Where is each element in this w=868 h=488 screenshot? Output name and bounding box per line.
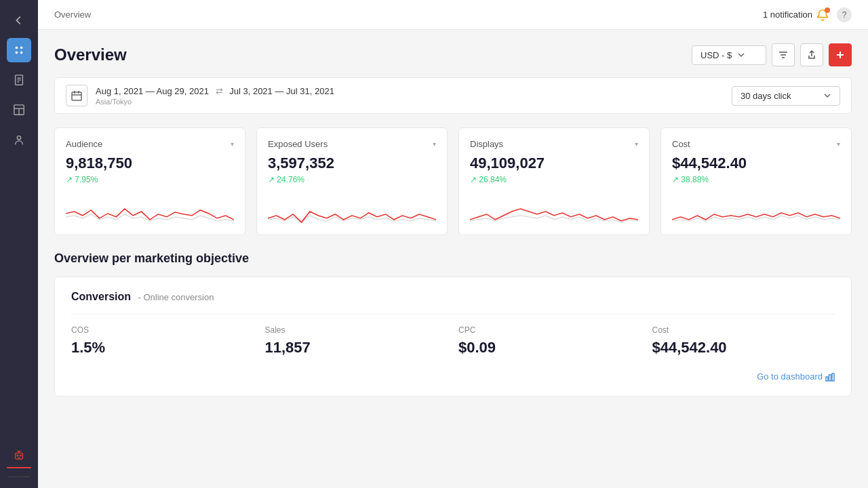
sidebar-item-bot[interactable]	[7, 444, 31, 468]
metric-value: 3,597,352	[268, 155, 436, 172]
metric-card-audience: Audience ▾ 9,818,750 ↗ 7.95%	[54, 127, 245, 235]
conversion-subtitle: - Online conversion	[138, 292, 214, 302]
notification-button[interactable]: 1 notification	[763, 9, 829, 21]
conv-metric-value: 1.5%	[71, 339, 254, 357]
metric-chart	[470, 190, 638, 224]
conv-metric-cpc: CPC $0.09	[458, 325, 642, 357]
metric-dropdown-icon[interactable]: ▾	[433, 140, 436, 148]
conv-metric-label: Cost	[652, 325, 835, 335]
date-secondary: Jul 3, 2021 — Jul 31, 2021	[229, 86, 334, 96]
notification-label: 1 notification	[763, 9, 812, 20]
metric-label: Displays	[470, 139, 503, 149]
metric-value: 49,109,027	[470, 155, 638, 172]
metric-change: ↗ 7.95%	[66, 175, 234, 184]
header-actions: USD - $	[692, 43, 852, 66]
share-button[interactable]	[800, 43, 823, 66]
page-content: Overview USD - $	[38, 30, 868, 488]
svg-rect-27	[829, 375, 831, 381]
timezone-label: Asia/Tokyo	[96, 98, 334, 106]
share-icon	[806, 49, 817, 60]
sidebar-item-document[interactable]	[7, 68, 31, 92]
bar-chart-icon	[825, 372, 835, 382]
conversion-title: Conversion	[71, 291, 131, 302]
metric-value: $44,542.40	[672, 155, 840, 172]
svg-rect-22	[72, 92, 81, 100]
help-button[interactable]: ?	[837, 7, 852, 22]
svg-point-13	[17, 455, 18, 456]
dashboard-link-label: Go to dashboard	[757, 371, 823, 382]
sidebar-bottom	[7, 444, 31, 480]
sidebar-item-users[interactable]	[7, 127, 31, 152]
section-title: Overview per marketing objective	[54, 251, 852, 266]
metric-chart	[66, 190, 234, 224]
svg-point-11	[17, 136, 20, 140]
conv-metric-label: Sales	[265, 325, 448, 335]
metric-change: ↗ 26.84%	[470, 175, 638, 184]
conversion-footer: Go to dashboard	[71, 370, 835, 382]
period-label: 30 days click	[741, 91, 791, 101]
date-primary: Aug 1, 2021 — Aug 29, 2021	[96, 86, 209, 96]
conv-metric-label: COS	[71, 325, 254, 335]
notification-dot	[825, 7, 830, 13]
metric-cards: Audience ▾ 9,818,750 ↗ 7.95% Exposed Use…	[54, 127, 852, 235]
metric-value: 9,818,750	[66, 155, 234, 172]
svg-point-3	[20, 52, 23, 54]
sidebar-item-layout[interactable]	[7, 98, 31, 122]
breadcrumb: Overview	[54, 9, 91, 20]
help-label: ?	[842, 10, 847, 20]
period-selector[interactable]: 30 days click	[732, 86, 840, 106]
metric-change: ↗ 24.76%	[268, 175, 436, 184]
svg-rect-28	[832, 373, 834, 381]
conv-metric-label: CPC	[458, 325, 642, 335]
metric-change: ↗ 38.88%	[672, 175, 840, 184]
conv-metric-cos: COS 1.5%	[71, 325, 254, 357]
metric-header: Exposed Users ▾	[268, 139, 436, 149]
metric-dropdown-icon[interactable]: ▾	[231, 140, 234, 148]
page-header: Overview USD - $	[54, 43, 852, 66]
topbar-right: 1 notification ?	[763, 7, 852, 22]
date-range-text: Aug 1, 2021 — Aug 29, 2021 ⇄ Jul 3, 2021…	[96, 86, 334, 96]
svg-point-1	[20, 47, 23, 49]
metric-header: Audience ▾	[66, 139, 234, 149]
metric-chart	[672, 190, 840, 224]
calendar-icon[interactable]	[66, 85, 87, 106]
go-to-dashboard-link[interactable]: Go to dashboard	[757, 371, 835, 382]
topbar: Overview 1 notification ?	[38, 0, 868, 30]
currency-selector[interactable]: USD - $	[692, 45, 766, 65]
conv-metric-cost: Cost $44,542.40	[652, 325, 835, 357]
svg-point-14	[20, 455, 21, 456]
add-button[interactable]	[829, 43, 852, 66]
conversion-header: Conversion - Online conversion	[71, 291, 835, 314]
filter-button[interactable]	[772, 43, 795, 66]
svg-point-2	[16, 52, 18, 54]
date-arrow: ⇄	[216, 86, 226, 96]
conv-metric-value: $44,542.40	[652, 339, 835, 357]
bell-icon	[816, 9, 829, 21]
metric-label: Audience	[66, 139, 102, 149]
metric-header: Displays ▾	[470, 139, 638, 149]
metric-label: Cost	[672, 139, 690, 149]
date-left: Aug 1, 2021 — Aug 29, 2021 ⇄ Jul 3, 2021…	[66, 85, 334, 106]
period-chevron-icon	[823, 92, 831, 100]
page-title: Overview	[54, 45, 127, 64]
main-content: Overview 1 notification ? Overview	[38, 0, 868, 488]
date-info: Aug 1, 2021 — Aug 29, 2021 ⇄ Jul 3, 2021…	[96, 86, 334, 106]
conversion-metrics: COS 1.5% Sales 11,857 CPC $0.09 Cost $44…	[71, 325, 835, 357]
svg-rect-26	[826, 377, 828, 381]
conversion-card: Conversion - Online conversion COS 1.5% …	[54, 277, 852, 396]
date-bar: Aug 1, 2021 — Aug 29, 2021 ⇄ Jul 3, 2021…	[54, 77, 852, 114]
metric-dropdown-icon[interactable]: ▾	[837, 140, 840, 148]
metric-card-cost: Cost ▾ $44,542.40 ↗ 38.88%	[660, 127, 852, 235]
sidebar	[0, 0, 38, 488]
sidebar-item-back[interactable]	[7, 8, 31, 33]
add-icon	[835, 49, 846, 60]
metric-label: Exposed Users	[268, 139, 328, 149]
chevron-down-icon	[737, 51, 745, 59]
currency-label: USD - $	[701, 50, 732, 60]
conv-metric-value: 11,857	[265, 339, 448, 357]
sidebar-item-home[interactable]	[7, 38, 31, 62]
filter-icon	[778, 49, 789, 60]
metric-card-displays: Displays ▾ 49,109,027 ↗ 26.84%	[458, 127, 650, 235]
sidebar-divider	[8, 476, 30, 477]
metric-dropdown-icon[interactable]: ▾	[635, 140, 638, 148]
